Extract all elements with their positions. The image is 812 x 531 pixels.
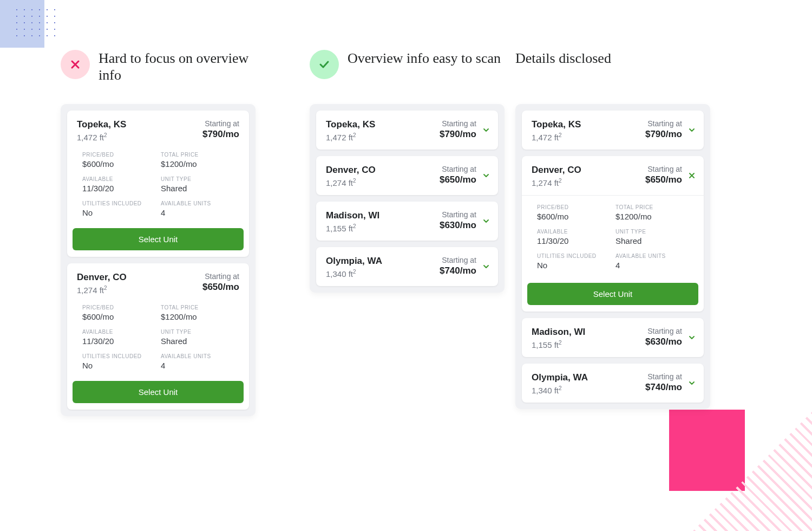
listing-card-collapsed[interactable]: Topeka, KS 1,472 ft2 Starting at $790/mo [522,111,704,150]
starting-at-label: Starting at [645,327,682,335]
listing-location: Madison, WI [326,210,379,221]
starting-at-label: Starting at [440,210,476,219]
panel-bad: Topeka, KS 1,472 ft2 Starting at $790/mo… [61,104,256,416]
listing-price: $650/mo [202,282,239,293]
value-available: 11/30/20 [82,184,161,193]
listing-area: 1,155 ft2 [532,340,585,349]
value-utilities: No [82,208,161,217]
listing-card-collapsed[interactable]: Denver, CO 1,274 ft2 Starting at $650/mo [316,156,498,195]
listing-price: $790/mo [440,129,476,140]
starting-at-label: Starting at [202,272,239,281]
label-availunits: AVAILABLE UNITS [161,353,239,359]
chevron-down-icon[interactable] [481,261,492,272]
listing-area: 1,340 ft2 [532,385,588,395]
value-availunits: 4 [161,361,239,370]
label-unittype: UNIT TYPE [161,329,239,335]
listing-location: Denver, CO [326,165,376,176]
label-available: AVAILABLE [537,229,615,235]
label-pricebed: PRICE/BED [82,305,161,310]
listing-location: Topeka, KS [532,119,581,130]
listing-location: Topeka, KS [77,119,126,130]
listing-card-collapsed[interactable]: Olympia, WA 1,340 ft2 Starting at $740/m… [316,247,498,286]
status-good-badge [310,50,339,79]
label-pricebed: PRICE/BED [537,204,615,210]
listing-location: Olympia, WA [326,256,382,267]
select-unit-button[interactable]: Select Unit [73,381,244,403]
label-utilities: UTILITIES INCLUDED [537,253,615,259]
heading-bad: Hard to focus on overview info [99,50,256,83]
value-utilities: No [537,261,615,270]
check-icon [318,59,330,70]
listing-card-collapsed[interactable]: Olympia, WA 1,340 ft2 Starting at $740/m… [522,364,704,403]
listing-price: $790/mo [645,129,682,140]
value-unittype: Shared [161,336,239,346]
value-totalprice: $1200/mo [161,159,239,169]
listing-price: $740/mo [645,382,682,393]
starting-at-label: Starting at [440,119,476,128]
label-unittype: UNIT TYPE [615,229,694,235]
listing-price: $630/mo [645,336,682,347]
close-icon[interactable] [686,170,697,181]
listing-location: Madison, WI [532,327,585,338]
value-totalprice: $1200/mo [615,212,694,221]
listing-area: 1,472 ft2 [326,132,375,142]
chevron-down-icon[interactable] [481,125,492,135]
label-utilities: UTILITIES INCLUDED [82,200,161,206]
label-availunits: AVAILABLE UNITS [161,200,239,206]
listing-card: Denver, CO 1,274 ft2 Starting at $650/mo… [67,263,249,410]
value-availunits: 4 [615,261,694,270]
listing-area: 1,155 ft2 [326,223,379,233]
starting-at-label: Starting at [440,165,476,173]
chevron-down-icon[interactable] [686,332,697,343]
panel-disclosed: Topeka, KS 1,472 ft2 Starting at $790/mo [515,104,710,409]
value-pricebed: $600/mo [82,312,161,321]
chevron-down-icon[interactable] [481,216,492,226]
select-unit-button[interactable]: Select Unit [73,228,244,250]
value-totalprice: $1200/mo [161,312,239,321]
starting-at-label: Starting at [202,119,239,128]
heading-good: Overview info easy to scan [348,50,501,67]
listing-area: 1,472 ft2 [532,132,581,142]
listing-card-collapsed[interactable]: Topeka, KS 1,472 ft2 Starting at $790/mo [316,111,498,150]
chevron-down-icon[interactable] [686,125,697,135]
label-pricebed: PRICE/BED [82,152,161,158]
example-good-column: Overview info easy to scan Topeka, KS 1,… [310,50,505,293]
listing-location: Denver, CO [77,272,127,283]
starting-at-label: Starting at [440,256,476,264]
listing-area: 1,274 ft2 [77,285,127,295]
label-unittype: UNIT TYPE [161,176,239,182]
value-utilities: No [82,361,161,370]
value-availunits: 4 [161,208,239,217]
value-available: 11/30/20 [82,336,161,346]
listing-location: Topeka, KS [326,119,375,130]
value-unittype: Shared [161,184,239,193]
panel-good: Topeka, KS 1,472 ft2 Starting at $790/mo [310,104,505,293]
listing-card-collapsed[interactable]: Madison, WI 1,155 ft2 Starting at $630/m… [316,202,498,241]
value-available: 11/30/20 [537,236,615,245]
example-disclosed-column: Details disclosed Topeka, KS 1,472 ft2 S… [515,50,710,409]
listing-price: $790/mo [202,129,239,140]
chevron-down-icon[interactable] [481,170,492,181]
starting-at-label: Starting at [645,119,682,128]
listing-location: Denver, CO [532,165,581,176]
value-unittype: Shared [615,236,694,245]
listing-area: 1,274 ft2 [532,178,581,187]
listing-price: $650/mo [440,174,476,185]
listing-card-collapsed[interactable]: Madison, WI 1,155 ft2 Starting at $630/m… [522,318,704,357]
label-totalprice: TOTAL PRICE [161,152,239,158]
chevron-down-icon[interactable] [686,378,697,388]
select-unit-button[interactable]: Select Unit [527,283,698,305]
decoration-pink [669,410,745,491]
value-pricebed: $600/mo [537,212,615,221]
listing-card: Topeka, KS 1,472 ft2 Starting at $790/mo… [67,111,249,257]
heading-disclosed: Details disclosed [515,50,611,67]
listing-area: 1,340 ft2 [326,269,382,279]
value-pricebed: $600/mo [82,159,161,169]
listing-card-expanded: Denver, CO 1,274 ft2 Starting at $650/mo… [522,156,704,312]
listing-price: $650/mo [645,174,682,185]
label-totalprice: TOTAL PRICE [161,305,239,310]
cross-icon [70,59,81,70]
listing-area: 1,274 ft2 [326,178,376,187]
label-available: AVAILABLE [82,329,161,335]
example-bad-column: Hard to focus on overview info Topeka, K… [61,50,256,416]
